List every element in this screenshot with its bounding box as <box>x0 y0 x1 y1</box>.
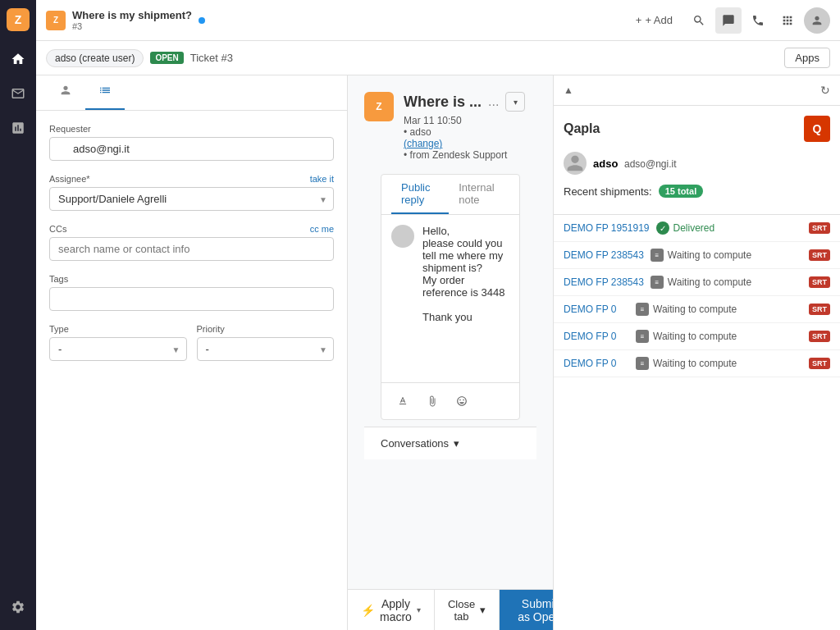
apps-button[interactable]: Apps <box>784 48 830 68</box>
reply-textarea[interactable]: Hello, please could you tell me where my… <box>422 225 509 372</box>
ellipsis-icon[interactable]: ... <box>488 94 499 109</box>
qapla-section: Qapla Q adso adso@ngi.it Recent shipment… <box>554 106 840 215</box>
message-from-line: • adso <box>404 126 525 138</box>
macro-chevron-icon: ▾ <box>417 605 421 614</box>
tags-input[interactable] <box>49 287 334 311</box>
user-email-display: adso@ngi.it <box>624 158 677 170</box>
shipment-status: ≡Waiting to compute <box>636 303 802 316</box>
user-info-row: adso adso@ngi.it <box>564 152 830 175</box>
close-tab-button[interactable]: Close tab ▾ <box>435 590 500 630</box>
sidebar-item-settings[interactable] <box>3 592 33 622</box>
waiting-icon: ≡ <box>651 249 664 262</box>
waiting-icon: ≡ <box>651 276 664 289</box>
take-it-link[interactable]: take it <box>310 174 334 184</box>
sidebar-item-tickets[interactable] <box>3 79 33 108</box>
shipment-tag: SRT <box>809 222 830 234</box>
change-link[interactable]: (change) <box>404 138 442 149</box>
sidebar-logo[interactable]: Z <box>7 8 30 31</box>
shipment-row: DEMO FP 238543≡Waiting to computeSRT <box>554 242 840 269</box>
type-label: Type <box>49 324 187 334</box>
shipment-id[interactable]: DEMO FP 0 <box>564 304 629 315</box>
shipment-tag: SRT <box>809 331 830 342</box>
tab-internal-note[interactable]: Internal note <box>449 175 509 214</box>
topbar-icons <box>686 7 830 34</box>
shipment-status: ≡Waiting to compute <box>651 249 802 262</box>
right-panel-header: ▲ ↻ <box>554 75 840 106</box>
right-panel: ▲ ↻ Qapla Q adso adso@ngi.it <box>553 75 840 630</box>
priority-label: Priority <box>197 324 335 334</box>
apps-grid-button[interactable] <box>774 7 801 34</box>
shipment-id[interactable]: DEMO FP 0 <box>564 331 629 342</box>
user-name: adso <box>593 158 618 170</box>
shipment-row: DEMO FP 238543≡Waiting to computeSRT <box>554 269 840 296</box>
waiting-icon: ≡ <box>636 357 649 370</box>
message-dropdown-button[interactable]: ▾ <box>505 92 525 112</box>
tab-details[interactable] <box>85 75 125 110</box>
message-meta: Mar 11 10:50 • adso (change) • from Zend… <box>404 115 525 161</box>
ticket-title: Where is my shipment? <box>72 9 192 21</box>
left-panel: Requester Assignee* take it <box>36 75 348 630</box>
message-header: Z Where is ... ... ▾ Mar 11 10:50 • adso <box>364 92 536 161</box>
lightning-icon: ⚡ <box>361 604 375 617</box>
type-priority-row: Type - ▼ Priority <box>49 324 334 374</box>
user-avatar[interactable] <box>804 7 830 34</box>
refresh-button[interactable]: ↻ <box>820 84 830 97</box>
apply-macro-button[interactable]: ⚡ Apply macro ▾ <box>348 590 435 630</box>
tags-label: Tags <box>49 274 334 284</box>
type-select[interactable]: - <box>49 337 187 361</box>
assignee-select[interactable]: Support/Daniele Agrelli <box>49 187 334 211</box>
shipment-id[interactable]: DEMO FP 238543 <box>564 276 644 288</box>
chat-button[interactable] <box>715 7 742 34</box>
shipment-id[interactable]: DEMO FP 238543 <box>564 249 644 261</box>
collapse-button[interactable]: ▲ <box>564 84 573 96</box>
shipment-status: ✓Delivered <box>656 221 802 235</box>
sidebar-item-reports[interactable] <box>3 113 33 143</box>
message-title: Where is ... <box>404 94 482 111</box>
shipments-count: 15 total <box>659 185 704 198</box>
bottom-bar: ⚡ Apply macro ▾ Close tab ▾ Submit as Op… <box>348 589 553 630</box>
attachment-button[interactable] <box>421 390 444 413</box>
assignee-label: Assignee* take it <box>49 174 334 184</box>
submit-button-group: Submit as Open ▾ <box>500 590 553 630</box>
text-format-button[interactable] <box>391 390 414 413</box>
submit-main-button[interactable]: Submit as Open <box>500 590 553 630</box>
shipment-id[interactable]: DEMO FP 0 <box>564 358 629 369</box>
message-source-line: • from Zendesk Support <box>404 149 525 161</box>
waiting-icon: ≡ <box>636 303 649 316</box>
add-label: + Add <box>645 14 673 26</box>
priority-select-wrapper: - ▼ <box>197 337 335 361</box>
waiting-icon: ≡ <box>636 330 649 343</box>
shipment-id[interactable]: DEMO FP 1951919 <box>564 222 650 234</box>
search-button[interactable] <box>686 7 712 34</box>
shipment-status: ≡Waiting to compute <box>636 357 802 370</box>
add-button[interactable]: + + Add <box>629 11 679 30</box>
emoji-button[interactable] <box>450 390 473 413</box>
apply-macro-label: Apply macro <box>380 597 412 623</box>
message-avatar: Z <box>364 92 394 121</box>
shipment-row: DEMO FP 0≡Waiting to computeSRT <box>554 296 840 323</box>
topbar-logo: Z <box>46 11 66 30</box>
tab-user[interactable] <box>46 75 85 110</box>
user-badge[interactable]: adso (create user) <box>46 49 144 67</box>
phone-button[interactable] <box>745 7 771 34</box>
type-field: Type - ▼ <box>49 324 187 361</box>
reply-user-avatar <box>391 225 414 248</box>
conversations-bar[interactable]: Conversations ▾ <box>364 427 536 459</box>
cc-me-link[interactable]: cc me <box>310 224 334 234</box>
conversations-label: Conversations <box>381 437 449 450</box>
ticket-badge: Ticket #3 <box>190 52 233 64</box>
requester-input[interactable] <box>49 137 334 161</box>
shipments-label: Recent shipments: <box>564 185 652 198</box>
sidebar: Z <box>0 0 36 630</box>
delivered-icon: ✓ <box>656 221 669 235</box>
tab-public-reply[interactable]: Public reply <box>391 175 449 214</box>
ccs-input[interactable] <box>49 237 334 261</box>
reply-tabs: Public reply Internal note <box>381 175 519 215</box>
assignee-field: Assignee* take it Support/Daniele Agrell… <box>49 174 334 211</box>
close-tab-chevron-icon: ▾ <box>480 604 486 616</box>
sidebar-item-home[interactable] <box>3 44 33 74</box>
ticket-info: Z Where is my shipment? #3 <box>46 9 623 31</box>
status-text: Waiting to compute <box>653 331 737 342</box>
priority-select[interactable]: - <box>197 337 335 361</box>
secondbar: adso (create user) OPEN Ticket #3 Apps <box>36 41 840 75</box>
